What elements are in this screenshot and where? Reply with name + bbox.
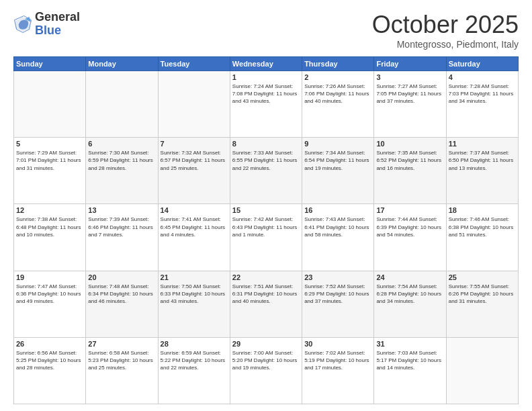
calendar-cell: 1Sunrise: 7:24 AM Sunset: 7:08 PM Daylig… [230, 71, 302, 138]
calendar-cell [14, 71, 86, 138]
calendar-cell: 13Sunrise: 7:39 AM Sunset: 6:46 PM Dayli… [86, 204, 158, 271]
day-info: Sunrise: 7:03 AM Sunset: 5:17 PM Dayligh… [376, 349, 443, 372]
day-number: 9 [304, 140, 371, 148]
logo-blue-text: Blue [35, 24, 61, 37]
calendar-cell: 25Sunrise: 7:55 AM Sunset: 6:26 PM Dayli… [446, 271, 518, 337]
day-info: Sunrise: 7:38 AM Sunset: 6:48 PM Dayligh… [16, 216, 83, 238]
day-info: Sunrise: 7:52 AM Sunset: 6:29 PM Dayligh… [304, 283, 371, 306]
day-info: Sunrise: 7:35 AM Sunset: 6:52 PM Dayligh… [376, 149, 443, 172]
day-number: 2 [304, 73, 371, 81]
day-number: 23 [304, 273, 371, 281]
calendar-cell: 26Sunrise: 6:56 AM Sunset: 5:25 PM Dayli… [14, 337, 86, 404]
day-info: Sunrise: 7:02 AM Sunset: 5:19 PM Dayligh… [304, 349, 371, 372]
month-title: October 2025 [372, 11, 519, 39]
calendar-cell: 27Sunrise: 6:58 AM Sunset: 5:23 PM Dayli… [86, 337, 158, 404]
day-info: Sunrise: 7:37 AM Sunset: 6:50 PM Dayligh… [449, 149, 516, 172]
day-number: 28 [161, 340, 228, 348]
day-number: 17 [376, 206, 443, 214]
calendar-cell: 29Sunrise: 7:00 AM Sunset: 5:20 PM Dayli… [230, 337, 302, 404]
weekday-header-row: SundayMondayTuesdayWednesdayThursdayFrid… [14, 57, 519, 71]
day-info: Sunrise: 7:39 AM Sunset: 6:46 PM Dayligh… [88, 216, 155, 238]
day-info: Sunrise: 6:59 AM Sunset: 5:22 PM Dayligh… [161, 349, 228, 372]
logo-icon [13, 15, 32, 34]
day-number: 20 [88, 273, 155, 281]
calendar-week-3: 12Sunrise: 7:38 AM Sunset: 6:48 PM Dayli… [14, 204, 519, 271]
day-number: 18 [449, 206, 516, 214]
calendar-cell: 5Sunrise: 7:29 AM Sunset: 7:01 PM Daylig… [14, 138, 86, 204]
day-info: Sunrise: 7:34 AM Sunset: 6:54 PM Dayligh… [304, 149, 371, 172]
day-info: Sunrise: 7:51 AM Sunset: 6:31 PM Dayligh… [232, 283, 300, 306]
calendar-cell: 12Sunrise: 7:38 AM Sunset: 6:48 PM Dayli… [14, 204, 86, 271]
calendar-cell: 14Sunrise: 7:41 AM Sunset: 6:45 PM Dayli… [158, 204, 230, 271]
calendar-week-4: 19Sunrise: 7:47 AM Sunset: 6:36 PM Dayli… [14, 271, 519, 337]
calendar-cell: 24Sunrise: 7:54 AM Sunset: 6:28 PM Dayli… [374, 271, 446, 337]
calendar-cell: 8Sunrise: 7:33 AM Sunset: 6:55 PM Daylig… [230, 138, 302, 204]
calendar-cell: 2Sunrise: 7:26 AM Sunset: 7:06 PM Daylig… [302, 71, 374, 138]
day-number: 3 [376, 73, 443, 81]
calendar-cell: 20Sunrise: 7:48 AM Sunset: 6:34 PM Dayli… [86, 271, 158, 337]
day-info: Sunrise: 7:48 AM Sunset: 6:34 PM Dayligh… [88, 283, 155, 306]
day-info: Sunrise: 7:32 AM Sunset: 6:57 PM Dayligh… [161, 149, 228, 172]
day-number: 29 [232, 340, 300, 348]
calendar-cell: 6Sunrise: 7:30 AM Sunset: 6:59 PM Daylig… [86, 138, 158, 204]
calendar-cell [158, 71, 230, 138]
weekday-header-sunday: Sunday [14, 57, 86, 71]
day-number: 31 [376, 340, 443, 348]
day-number: 12 [16, 206, 83, 214]
calendar-cell: 28Sunrise: 6:59 AM Sunset: 5:22 PM Dayli… [158, 337, 230, 404]
day-number: 10 [376, 140, 443, 148]
day-number: 11 [449, 140, 516, 148]
day-number: 4 [449, 73, 516, 81]
calendar-cell: 16Sunrise: 7:43 AM Sunset: 6:41 PM Dayli… [302, 204, 374, 271]
day-info: Sunrise: 7:26 AM Sunset: 7:06 PM Dayligh… [304, 83, 371, 105]
calendar-week-2: 5Sunrise: 7:29 AM Sunset: 7:01 PM Daylig… [14, 138, 519, 204]
day-number: 14 [161, 206, 228, 214]
logo-text: General Blue [35, 11, 80, 38]
weekday-header-monday: Monday [86, 57, 158, 71]
calendar-cell: 18Sunrise: 7:46 AM Sunset: 6:38 PM Dayli… [446, 204, 518, 271]
calendar-week-5: 26Sunrise: 6:56 AM Sunset: 5:25 PM Dayli… [14, 337, 519, 404]
calendar-cell [86, 71, 158, 138]
calendar-cell: 30Sunrise: 7:02 AM Sunset: 5:19 PM Dayli… [302, 337, 374, 404]
calendar-cell [446, 337, 518, 404]
day-info: Sunrise: 7:30 AM Sunset: 6:59 PM Dayligh… [88, 149, 155, 172]
calendar-table: SundayMondayTuesdayWednesdayThursdayFrid… [13, 56, 519, 404]
calendar-cell: 21Sunrise: 7:50 AM Sunset: 6:33 PM Dayli… [158, 271, 230, 337]
day-info: Sunrise: 7:46 AM Sunset: 6:38 PM Dayligh… [449, 216, 516, 238]
day-info: Sunrise: 7:27 AM Sunset: 7:05 PM Dayligh… [376, 83, 443, 105]
calendar-cell: 17Sunrise: 7:44 AM Sunset: 6:39 PM Dayli… [374, 204, 446, 271]
day-number: 22 [232, 273, 300, 281]
day-info: Sunrise: 7:50 AM Sunset: 6:33 PM Dayligh… [161, 283, 228, 306]
logo-general-text: General [35, 10, 80, 24]
day-number: 7 [161, 140, 228, 148]
day-number: 30 [304, 340, 371, 348]
day-info: Sunrise: 7:47 AM Sunset: 6:36 PM Dayligh… [16, 283, 83, 306]
day-info: Sunrise: 7:43 AM Sunset: 6:41 PM Dayligh… [304, 216, 371, 238]
day-number: 16 [304, 206, 371, 214]
page: General Blue October 2025 Montegrosso, P… [0, 0, 532, 411]
logo: General Blue [13, 11, 80, 38]
calendar-cell: 3Sunrise: 7:27 AM Sunset: 7:05 PM Daylig… [374, 71, 446, 138]
day-info: Sunrise: 7:54 AM Sunset: 6:28 PM Dayligh… [376, 283, 443, 306]
calendar-cell: 10Sunrise: 7:35 AM Sunset: 6:52 PM Dayli… [374, 138, 446, 204]
calendar-cell: 23Sunrise: 7:52 AM Sunset: 6:29 PM Dayli… [302, 271, 374, 337]
calendar-cell: 4Sunrise: 7:28 AM Sunset: 7:03 PM Daylig… [446, 71, 518, 138]
header: General Blue October 2025 Montegrosso, P… [13, 11, 519, 50]
day-number: 6 [88, 140, 155, 148]
day-info: Sunrise: 6:56 AM Sunset: 5:25 PM Dayligh… [16, 349, 83, 372]
day-number: 27 [88, 340, 155, 348]
day-number: 13 [88, 206, 155, 214]
day-number: 5 [16, 140, 83, 148]
day-info: Sunrise: 7:24 AM Sunset: 7:08 PM Dayligh… [232, 83, 300, 105]
calendar-cell: 9Sunrise: 7:34 AM Sunset: 6:54 PM Daylig… [302, 138, 374, 204]
location: Montegrosso, Piedmont, Italy [372, 39, 519, 50]
calendar-cell: 15Sunrise: 7:42 AM Sunset: 6:43 PM Dayli… [230, 204, 302, 271]
weekday-header-wednesday: Wednesday [230, 57, 302, 71]
day-info: Sunrise: 7:42 AM Sunset: 6:43 PM Dayligh… [232, 216, 300, 238]
day-number: 15 [232, 206, 300, 214]
day-info: Sunrise: 7:29 AM Sunset: 7:01 PM Dayligh… [16, 149, 83, 172]
day-info: Sunrise: 7:55 AM Sunset: 6:26 PM Dayligh… [449, 283, 516, 306]
calendar-cell: 31Sunrise: 7:03 AM Sunset: 5:17 PM Dayli… [374, 337, 446, 404]
day-number: 1 [232, 73, 300, 81]
weekday-header-saturday: Saturday [446, 57, 518, 71]
